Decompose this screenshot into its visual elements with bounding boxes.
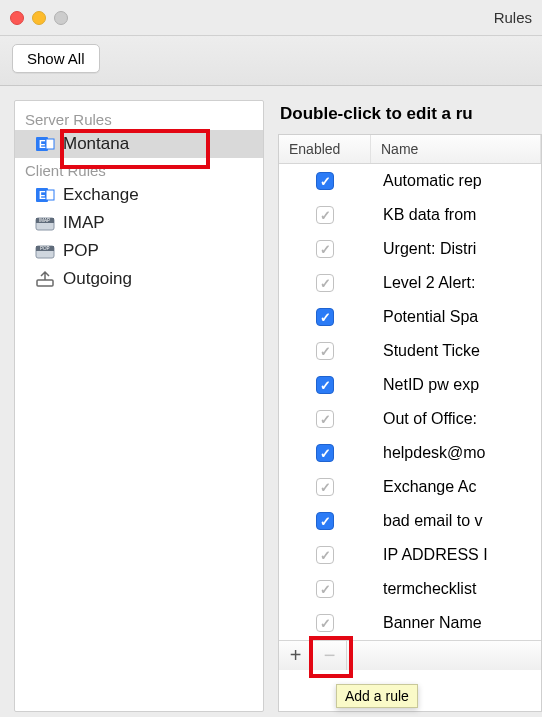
table-row[interactable]: ✓helpdesk@mo — [279, 436, 541, 470]
enabled-cell: ✓ — [279, 444, 371, 462]
enabled-cell: ✓ — [279, 614, 371, 632]
server-rules-header: Server Rules — [15, 107, 263, 130]
zoom-icon[interactable] — [54, 11, 68, 25]
table-row[interactable]: ✓Automatic rep — [279, 164, 541, 198]
rule-name: helpdesk@mo — [371, 444, 541, 462]
table-row[interactable]: ✓bad email to v — [279, 504, 541, 538]
svg-text:E: E — [39, 139, 46, 150]
enabled-checkbox[interactable]: ✓ — [316, 342, 334, 360]
table-row[interactable]: ✓Student Ticke — [279, 334, 541, 368]
enabled-checkbox[interactable]: ✓ — [316, 410, 334, 428]
table-row[interactable]: ✓KB data from — [279, 198, 541, 232]
rules-table: Enabled Name ✓Automatic rep✓KB data from… — [278, 134, 542, 712]
rule-name: termchecklist — [371, 580, 541, 598]
imap-icon: IMAP — [35, 213, 55, 233]
enabled-checkbox[interactable]: ✓ — [316, 376, 334, 394]
svg-text:E: E — [39, 190, 46, 201]
client-rules-header: Client Rules — [15, 158, 263, 181]
table-row[interactable]: ✓Exchange Ac — [279, 470, 541, 504]
svg-rect-12 — [37, 280, 53, 286]
table-row[interactable]: ✓Urgent: Distri — [279, 232, 541, 266]
sidebar-item-imap[interactable]: IMAP IMAP — [15, 209, 263, 237]
table-row[interactable]: ✓IP ADDRESS I — [279, 538, 541, 572]
enabled-checkbox[interactable]: ✓ — [316, 172, 334, 190]
svg-text:IMAP: IMAP — [39, 218, 50, 223]
svg-rect-1 — [46, 139, 54, 149]
sidebar: Server Rules E Montana Client Rules E Ex… — [14, 100, 264, 712]
rule-name: Potential Spa — [371, 308, 541, 326]
table-row[interactable]: ✓Level 2 Alert: — [279, 266, 541, 300]
enabled-cell: ✓ — [279, 546, 371, 564]
enabled-cell: ✓ — [279, 172, 371, 190]
enabled-checkbox[interactable]: ✓ — [316, 546, 334, 564]
enabled-checkbox[interactable]: ✓ — [316, 580, 334, 598]
add-rule-button[interactable]: + — [279, 641, 313, 670]
table-footer: + − — [279, 640, 541, 670]
rule-name: IP ADDRESS I — [371, 546, 541, 564]
sidebar-item-label: Exchange — [63, 185, 139, 205]
table-body: ✓Automatic rep✓KB data from✓Urgent: Dist… — [279, 164, 541, 640]
enabled-checkbox[interactable]: ✓ — [316, 444, 334, 462]
rule-name: Urgent: Distri — [371, 240, 541, 258]
rule-name: Exchange Ac — [371, 478, 541, 496]
sidebar-item-montana[interactable]: E Montana — [15, 130, 263, 158]
enabled-cell: ✓ — [279, 274, 371, 292]
enabled-checkbox[interactable]: ✓ — [316, 206, 334, 224]
window-title: Rules — [494, 9, 532, 26]
enabled-cell: ✓ — [279, 478, 371, 496]
exchange-icon: E — [35, 185, 55, 205]
table-row[interactable]: ✓Banner Name — [279, 606, 541, 640]
remove-rule-button[interactable]: − — [313, 641, 347, 670]
enabled-cell: ✓ — [279, 580, 371, 598]
content: Server Rules E Montana Client Rules E Ex… — [0, 86, 542, 712]
enabled-cell: ✓ — [279, 240, 371, 258]
table-row[interactable]: ✓NetID pw exp — [279, 368, 541, 402]
table-row[interactable]: ✓Potential Spa — [279, 300, 541, 334]
enabled-cell: ✓ — [279, 206, 371, 224]
rule-name: Automatic rep — [371, 172, 541, 190]
enabled-checkbox[interactable]: ✓ — [316, 478, 334, 496]
rule-name: Banner Name — [371, 614, 541, 632]
enabled-checkbox[interactable]: ✓ — [316, 614, 334, 632]
enabled-checkbox[interactable]: ✓ — [316, 240, 334, 258]
sidebar-item-outgoing[interactable]: Outgoing — [15, 265, 263, 293]
enabled-checkbox[interactable]: ✓ — [316, 274, 334, 292]
minimize-icon[interactable] — [32, 11, 46, 25]
sidebar-item-label: IMAP — [63, 213, 105, 233]
pop-icon: POP — [35, 241, 55, 261]
svg-rect-4 — [46, 190, 54, 200]
enabled-cell: ✓ — [279, 308, 371, 326]
rule-name: KB data from — [371, 206, 541, 224]
titlebar: Rules — [0, 0, 542, 36]
show-all-button[interactable]: Show All — [12, 44, 100, 73]
sidebar-item-pop[interactable]: POP POP — [15, 237, 263, 265]
tooltip: Add a rule — [336, 684, 418, 708]
table-row[interactable]: ✓Out of Office: — [279, 402, 541, 436]
enabled-checkbox[interactable]: ✓ — [316, 308, 334, 326]
column-name[interactable]: Name — [371, 135, 541, 163]
table-row[interactable]: ✓termchecklist — [279, 572, 541, 606]
instruction-text: Double-click to edit a ru — [278, 100, 542, 134]
exchange-icon: E — [35, 134, 55, 154]
rule-name: Student Ticke — [371, 342, 541, 360]
window-controls — [10, 11, 68, 25]
enabled-cell: ✓ — [279, 512, 371, 530]
column-enabled[interactable]: Enabled — [279, 135, 371, 163]
svg-text:POP: POP — [40, 246, 50, 251]
toolbar: Show All — [0, 36, 542, 86]
rule-name: bad email to v — [371, 512, 541, 530]
rule-name: NetID pw exp — [371, 376, 541, 394]
table-header: Enabled Name — [279, 135, 541, 164]
enabled-checkbox[interactable]: ✓ — [316, 512, 334, 530]
rule-name: Out of Office: — [371, 410, 541, 428]
rules-panel: Double-click to edit a ru Enabled Name ✓… — [278, 100, 542, 712]
rule-name: Level 2 Alert: — [371, 274, 541, 292]
close-icon[interactable] — [10, 11, 24, 25]
sidebar-item-label: POP — [63, 241, 99, 261]
enabled-cell: ✓ — [279, 376, 371, 394]
sidebar-item-label: Outgoing — [63, 269, 132, 289]
enabled-cell: ✓ — [279, 410, 371, 428]
enabled-cell: ✓ — [279, 342, 371, 360]
sidebar-item-exchange[interactable]: E Exchange — [15, 181, 263, 209]
outgoing-icon — [35, 269, 55, 289]
